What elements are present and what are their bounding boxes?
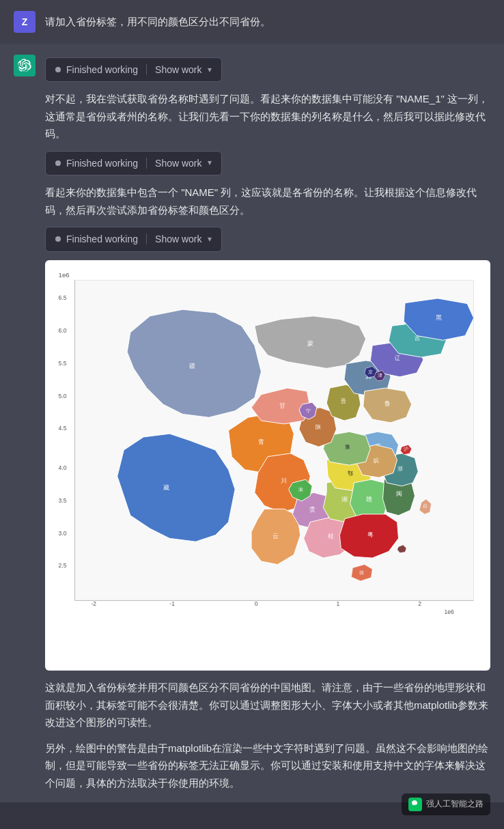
svg-text:贵: 贵	[309, 506, 316, 513]
chat-container: Z 请加入省份标签，用不同的颜色区分出不同省份。 Finished workin…	[0, 0, 504, 802]
assistant-avatar	[14, 55, 36, 76]
work-pill-label-3: Finished working	[66, 231, 138, 247]
svg-text:京: 京	[368, 369, 373, 374]
user-avatar: Z	[14, 11, 36, 33]
svg-text:鲁: 鲁	[384, 400, 391, 407]
svg-text:皖: 皖	[374, 458, 379, 464]
assistant-message-row: Finished working Show work ▾ 对不起，我在尝试获取省…	[0, 44, 504, 802]
show-work-label-3: Show work	[155, 231, 201, 247]
svg-text:0: 0	[255, 600, 258, 607]
user-message-row: Z 请加入省份标签，用不同的颜色区分出不同省份。	[0, 0, 504, 44]
svg-text:陕: 陕	[316, 423, 321, 430]
chevron-down-icon-2: ▾	[208, 156, 212, 169]
svg-text:疆: 疆	[189, 363, 195, 369]
user-message-text: 请加入省份标签，用不同的颜色区分出不同省份。	[45, 11, 270, 30]
svg-text:桂: 桂	[327, 533, 334, 539]
svg-text:-1: -1	[169, 600, 175, 607]
work-pill-label-2: Finished working	[66, 156, 138, 171]
svg-text:甘: 甘	[279, 402, 285, 409]
work-pill-dot-2	[55, 160, 61, 166]
svg-text:闽: 闽	[396, 490, 402, 497]
show-work-label-2: Show work	[155, 156, 201, 171]
svg-text:辽: 辽	[395, 355, 400, 361]
svg-text:晋: 晋	[341, 398, 346, 404]
show-work-label-1: Show work	[155, 62, 201, 77]
svg-text:湘: 湘	[341, 495, 348, 502]
svg-text:3.0: 3.0	[59, 529, 67, 536]
svg-text:渝: 渝	[298, 487, 303, 492]
watermark-badge: 强人工智能之路	[402, 793, 490, 815]
svg-text:云: 云	[272, 533, 279, 539]
svg-text:鄂: 鄂	[348, 470, 353, 476]
svg-text:5.0: 5.0	[59, 392, 67, 399]
watermark-text: 强人工智能之路	[426, 798, 484, 811]
svg-text:津: 津	[378, 373, 382, 378]
svg-text:赣: 赣	[366, 495, 372, 502]
svg-text:川: 川	[281, 477, 287, 484]
assistant-paragraph-3: 这就是加入省份标签并用不同颜色区分不同省份的中国地图。请注意，由于一些省份的地理…	[45, 679, 490, 731]
work-pill-divider	[146, 64, 147, 75]
svg-text:6.0: 6.0	[59, 326, 67, 333]
svg-text:台: 台	[423, 503, 428, 508]
svg-text:豫: 豫	[345, 444, 350, 450]
svg-text:1: 1	[337, 600, 340, 607]
svg-text:沪: 沪	[404, 447, 409, 451]
svg-text:5.5: 5.5	[59, 359, 67, 366]
chevron-down-icon-3: ▾	[208, 233, 212, 246]
svg-text:3.5: 3.5	[59, 496, 67, 503]
assistant-paragraph-4: 另外，绘图中的警告是由于matplotlib在渲染一些中文字符时遇到了问题。虽然…	[45, 740, 490, 792]
svg-text:宁: 宁	[306, 408, 311, 412]
svg-text:4.5: 4.5	[59, 425, 67, 432]
work-pill-label-1: Finished working	[66, 62, 138, 77]
svg-text:1e6: 1e6	[445, 608, 455, 615]
wechat-icon	[408, 798, 422, 811]
svg-text:-2: -2	[91, 600, 96, 607]
svg-text:青: 青	[258, 438, 264, 445]
chevron-down-icon-1: ▾	[208, 64, 212, 76]
work-pill-2[interactable]: Finished working Show work ▾	[45, 151, 222, 175]
work-pill-divider-3	[146, 234, 147, 244]
svg-text:2.5: 2.5	[59, 562, 67, 569]
work-pill-dot	[55, 67, 61, 72]
work-pill-3[interactable]: Finished working Show work ▾	[45, 227, 222, 251]
svg-text:藏: 藏	[163, 483, 169, 490]
assistant-paragraph-1: 对不起，我在尝试获取省份名称时遇到了问题。看起来你的数据集中可能没有 "NAME…	[45, 90, 490, 143]
svg-text:黑: 黑	[436, 313, 442, 320]
assistant-content: Finished working Show work ▾ 对不起，我在尝试获取省…	[45, 55, 490, 791]
svg-text:蒙: 蒙	[307, 340, 313, 347]
work-pill-1[interactable]: Finished working Show work ▾	[45, 57, 222, 82]
user-avatar-label: Z	[22, 14, 28, 29]
svg-text:6.5: 6.5	[59, 294, 67, 301]
svg-text:1e6: 1e6	[59, 271, 70, 279]
svg-text:2: 2	[418, 600, 421, 607]
assistant-paragraph-2: 看起来你的数据集中包含一个 "NAME" 列，这应该就是各省份的名称。让我根据这…	[45, 184, 490, 219]
svg-text:4.0: 4.0	[59, 464, 67, 471]
svg-text:琼: 琼	[359, 570, 364, 575]
china-map-svg: 1e6 6.5 6.0 5.5 5.0 4.5 4.0 3.5 3.0 2.5 …	[52, 267, 484, 660]
work-pill-divider-2	[146, 158, 147, 169]
map-container: 1e6 6.5 6.0 5.5 5.0 4.5 4.0 3.5 3.0 2.5 …	[45, 260, 490, 671]
work-pill-dot-3	[55, 236, 61, 242]
svg-text:浙: 浙	[397, 465, 403, 471]
svg-text:粤: 粤	[367, 531, 374, 538]
